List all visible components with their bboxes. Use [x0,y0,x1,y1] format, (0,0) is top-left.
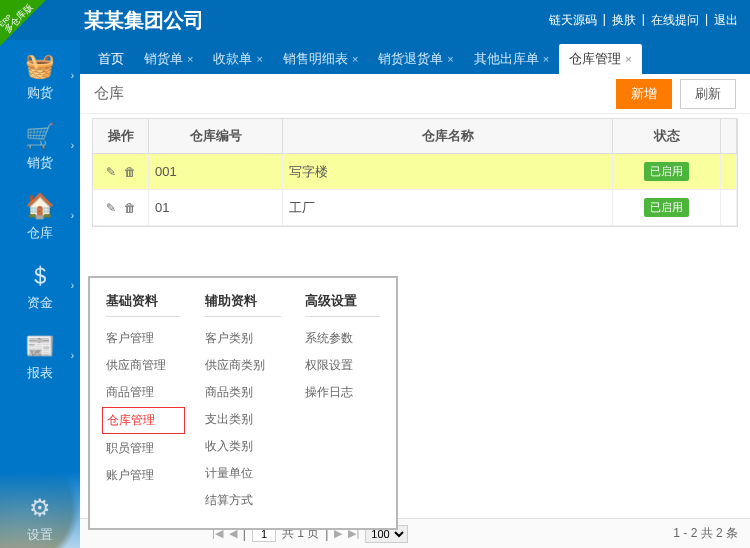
tab-warehouse-mgmt[interactable]: 仓库管理× [559,44,641,74]
chevron-right-icon: › [71,140,74,151]
topbar: 某某集团公司 链天源码| 换肤| 在线提问| 退出 [0,0,750,40]
status-badge: 已启用 [644,162,689,181]
link-skin[interactable]: 换肤 [612,12,636,29]
edit-icon[interactable]: ✎ [106,165,116,179]
tab-sales-detail[interactable]: 销售明细表× [273,44,368,74]
tab-sales-order[interactable]: 销货单× [134,44,203,74]
menu-unit[interactable]: 计量单位 [205,460,280,487]
menu-perm[interactable]: 权限设置 [305,352,380,379]
link-logout[interactable]: 退出 [714,12,738,29]
menu-settle[interactable]: 结算方式 [205,487,280,514]
tab-receipt[interactable]: 收款单× [203,44,272,74]
chevron-right-icon: › [71,280,74,291]
chevron-right-icon: › [71,210,74,221]
menu-staff[interactable]: 职员管理 [106,435,181,462]
refresh-button[interactable]: 刷新 [680,79,736,109]
warehouse-icon: 🏠 [0,190,80,222]
menu-prod-cat[interactable]: 商品类别 [205,379,280,406]
popup-col-adv: 高级设置 系统参数 权限设置 操作日志 [305,292,380,514]
report-icon: 📰 [0,330,80,362]
table-row[interactable]: ✎🗑 01 工厂 已启用 [93,190,737,226]
table-header: 操作 仓库编号 仓库名称 状态 [93,119,737,154]
tab-return[interactable]: 销货退货单× [368,44,463,74]
sidebar-item-report[interactable]: 📰 报表 › [0,320,80,390]
dollar-icon: ＄ [0,260,80,292]
table-row[interactable]: ✎🗑 001 写字楼 已启用 [93,154,737,190]
gear-icon: ⚙ [0,492,80,524]
link-source[interactable]: 链天源码 [549,12,597,29]
new-button[interactable]: 新增 [616,79,672,109]
tab-other-out[interactable]: 其他出库单× [464,44,559,74]
popup-col-aux: 辅助资料 客户类别 供应商类别 商品类别 支出类别 收入类别 计量单位 结算方式 [205,292,280,514]
menu-customer[interactable]: 客户管理 [106,325,181,352]
close-icon[interactable]: × [352,53,358,65]
chevron-right-icon: › [71,70,74,81]
menu-inc-cat[interactable]: 收入类别 [205,433,280,460]
cart-icon: 🛒 [0,120,80,152]
sidebar-item-purchase[interactable]: 🧺 购货 › [0,40,80,110]
sidebar-item-warehouse[interactable]: 🏠 仓库 › [0,180,80,250]
popup-col-basic: 基础资料 客户管理 供应商管理 商品管理 仓库管理 职员管理 账户管理 [106,292,181,514]
page-title: 仓库 [94,84,124,103]
top-links: 链天源码| 换肤| 在线提问| 退出 [549,12,738,29]
tab-bar: 首页 销货单× 收款单× 销售明细表× 销货退货单× 其他出库单× 仓库管理× [80,40,750,74]
close-icon[interactable]: × [543,53,549,65]
menu-supp-cat[interactable]: 供应商类别 [205,352,280,379]
edit-icon[interactable]: ✎ [106,201,116,215]
delete-icon[interactable]: 🗑 [124,165,136,179]
tab-home[interactable]: 首页 [88,44,134,74]
close-icon[interactable]: × [625,53,631,65]
sidebar-item-settings[interactable]: ⚙ 设置 [0,480,80,548]
menu-cust-cat[interactable]: 客户类别 [205,325,280,352]
col-name: 仓库名称 [283,119,613,153]
close-icon[interactable]: × [187,53,193,65]
menu-exp-cat[interactable]: 支出类别 [205,406,280,433]
sidebar-item-finance[interactable]: ＄ 资金 › [0,250,80,320]
sidebar-item-sales[interactable]: 🛒 销货 › [0,110,80,180]
app-logo: 某某集团公司 [84,7,204,34]
warehouse-table: 操作 仓库编号 仓库名称 状态 ✎🗑 001 写字楼 已启用 ✎🗑 01 工厂 … [92,118,738,227]
status-badge: 已启用 [644,198,689,217]
basket-icon: 🧺 [0,50,80,82]
close-icon[interactable]: × [256,53,262,65]
settings-popup: 基础资料 客户管理 供应商管理 商品管理 仓库管理 职员管理 账户管理 辅助资料… [88,276,398,530]
pager-info: 1 - 2 共 2 条 [673,525,738,542]
menu-supplier[interactable]: 供应商管理 [106,352,181,379]
col-status: 状态 [613,119,721,153]
menu-account[interactable]: 账户管理 [106,462,181,489]
menu-sysparam[interactable]: 系统参数 [305,325,380,352]
col-code: 仓库编号 [149,119,283,153]
link-ask[interactable]: 在线提问 [651,12,699,29]
sidebar: 🧺 购货 › 🛒 销货 › 🏠 仓库 › ＄ 资金 › 📰 报表 › ⚙ 设置 [0,40,80,548]
page-header: 仓库 新增 刷新 [80,74,750,114]
close-icon[interactable]: × [447,53,453,65]
delete-icon[interactable]: 🗑 [124,201,136,215]
menu-product[interactable]: 商品管理 [106,379,181,406]
chevron-right-icon: › [71,350,74,361]
menu-warehouse[interactable]: 仓库管理 [102,407,185,434]
menu-log[interactable]: 操作日志 [305,379,380,406]
col-op: 操作 [93,119,149,153]
